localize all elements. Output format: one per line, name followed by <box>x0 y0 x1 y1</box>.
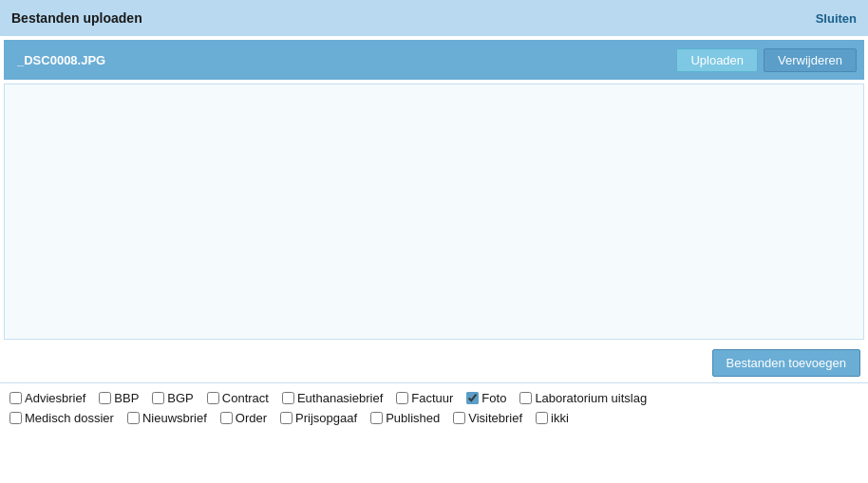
checkbox-label-contract: Contract <box>222 391 269 405</box>
checkbox-row-2: Medisch dossier Nieuwsbrief Order Prijso… <box>9 411 859 425</box>
checkbox-label-visitebrief: Visitebrief <box>468 411 522 425</box>
dialog-container: Bestanden uploaden Sluiten _DSC0008.JPG … <box>0 0 868 437</box>
checkbox-published[interactable] <box>370 412 383 424</box>
checkbox-factuur[interactable] <box>396 392 408 404</box>
add-files-button[interactable]: Bestanden toevoegen <box>712 349 861 377</box>
checkbox-item-visitebrief: Visitebrief <box>453 411 522 425</box>
checkbox-label-bbp: BBP <box>114 391 139 405</box>
checkbox-adviesbrief[interactable] <box>9 392 22 404</box>
file-name-label: _DSC0008.JPG <box>11 49 306 71</box>
checkbox-item-order: Order <box>220 411 267 425</box>
checkbox-item-bbp: BBP <box>99 391 139 405</box>
checkbox-label-adviesbrief: Adviesbrief <box>25 391 85 405</box>
checkbox-contract[interactable] <box>207 392 219 404</box>
upload-button[interactable]: Uploaden <box>676 48 758 72</box>
checkbox-label-medisch: Medisch dossier <box>25 411 114 425</box>
checkbox-label-laboratorium: Laboratorium uitslag <box>535 391 647 405</box>
checkbox-item-nieuwsbrief: Nieuwsbrief <box>127 411 207 425</box>
checkbox-row-1: Adviesbrief BBP BGP Contract Euthanasieb… <box>9 391 859 405</box>
checkbox-item-published: Published <box>370 411 440 425</box>
checkbox-order[interactable] <box>220 412 233 424</box>
checkbox-foto[interactable] <box>466 392 479 404</box>
dialog-title: Bestanden uploaden <box>11 10 142 26</box>
file-row: _DSC0008.JPG Uploaden Verwijderen <box>4 40 864 80</box>
checkbox-label-foto: Foto <box>481 391 506 405</box>
file-progress-bar <box>311 46 670 73</box>
checkbox-label-order: Order <box>236 411 267 425</box>
checkbox-euthanasiebrief[interactable] <box>282 392 294 404</box>
dialog-header: Bestanden uploaden Sluiten <box>0 0 868 36</box>
checkboxes-section: Adviesbrief BBP BGP Contract Euthanasieb… <box>0 382 868 437</box>
checkbox-bgp[interactable] <box>152 392 164 404</box>
checkbox-item-adviesbrief: Adviesbrief <box>9 391 85 405</box>
bottom-bar: Bestanden toevoegen <box>0 344 868 382</box>
files-content-area <box>4 84 864 340</box>
checkbox-ikki[interactable] <box>536 412 548 424</box>
checkbox-item-contract: Contract <box>207 391 269 405</box>
checkbox-bbp[interactable] <box>99 392 111 404</box>
checkbox-visitebrief[interactable] <box>453 412 465 424</box>
checkbox-item-laboratorium: Laboratorium uitslag <box>519 391 647 405</box>
checkbox-laboratorium[interactable] <box>519 392 532 404</box>
checkbox-prijsopgaaf[interactable] <box>280 412 292 424</box>
checkbox-item-bgp: BGP <box>152 391 193 405</box>
checkbox-label-nieuwsbrief: Nieuwsbrief <box>142 411 207 425</box>
checkbox-item-ikki: ikki <box>536 411 569 425</box>
checkbox-item-factuur: Factuur <box>396 391 453 405</box>
delete-button[interactable]: Verwijderen <box>764 48 857 72</box>
checkbox-item-prijsopgaaf: Prijsopgaaf <box>280 411 357 425</box>
checkbox-label-euthanasiebrief: Euthanasiebrief <box>297 391 383 405</box>
close-button[interactable]: Sluiten <box>816 11 857 26</box>
checkbox-label-bgp: BGP <box>167 391 193 405</box>
checkbox-item-medisch: Medisch dossier <box>9 411 114 425</box>
checkbox-nieuwsbrief[interactable] <box>127 412 140 424</box>
checkbox-item-euthanasiebrief: Euthanasiebrief <box>282 391 383 405</box>
checkbox-label-ikki: ikki <box>551 411 569 425</box>
checkbox-label-prijsopgaaf: Prijsopgaaf <box>295 411 357 425</box>
checkbox-item-foto: Foto <box>466 391 506 405</box>
checkbox-medisch[interactable] <box>9 412 22 424</box>
checkbox-label-published: Published <box>386 411 440 425</box>
checkbox-label-factuur: Factuur <box>411 391 453 405</box>
